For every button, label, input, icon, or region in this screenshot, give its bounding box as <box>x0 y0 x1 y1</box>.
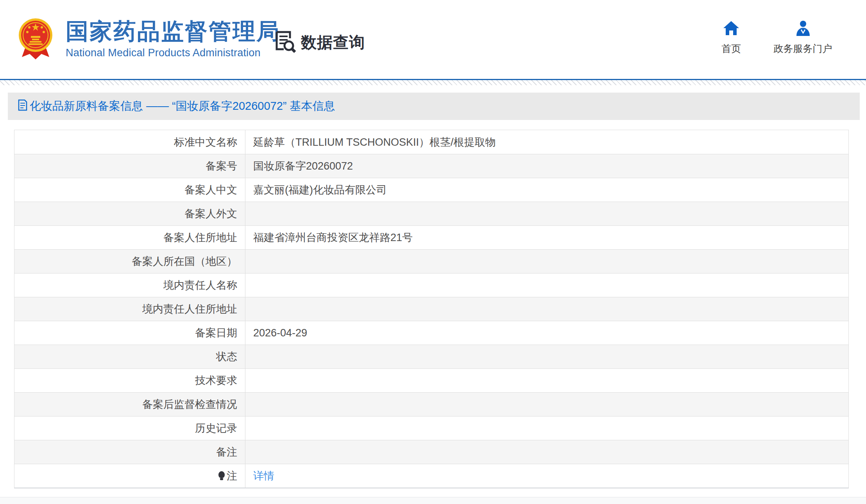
row-label: 注 <box>14 464 245 488</box>
table-row: 备案人中文嘉文丽(福建)化妆品有限公司 <box>14 178 848 202</box>
data-query-tab[interactable]: 数据查询 <box>274 30 365 55</box>
table-row: 技术要求 <box>14 368 848 392</box>
row-value <box>245 202 848 225</box>
row-label-text: 备案号 <box>206 159 237 173</box>
row-label-text: 备案人住所地址 <box>163 231 237 245</box>
row-label: 历史记录 <box>14 416 245 440</box>
nav-portal[interactable]: 政务服务门户 <box>763 20 843 55</box>
brand-title-block: 国家药品监督管理局 National Medical Products Admi… <box>66 20 280 59</box>
row-label: 备案人中文 <box>14 178 245 202</box>
row-label-text: 备案日期 <box>195 326 237 340</box>
row-value <box>245 393 848 416</box>
row-label-text: 标准中文名称 <box>174 135 237 149</box>
nav-home-label: 首页 <box>714 42 749 55</box>
row-label: 标准中文名称 <box>14 130 245 154</box>
row-value <box>245 273 848 297</box>
row-value <box>245 369 848 392</box>
row-label: 境内责任人名称 <box>14 273 245 297</box>
table-row: 状态 <box>14 345 848 368</box>
table-row: 备案日期2026-04-29 <box>14 321 848 345</box>
nav-home[interactable]: 首页 <box>714 20 749 55</box>
org-name-cn: 国家药品监督管理局 <box>66 20 280 43</box>
bulb-icon <box>218 471 225 481</box>
row-label-text: 境内责任人住所地址 <box>142 302 237 316</box>
user-icon <box>795 30 811 37</box>
row-label: 备案后监督检查情况 <box>14 393 245 416</box>
table-row: 备案人所在国（地区） <box>14 249 848 273</box>
row-label: 备案日期 <box>14 321 245 345</box>
detail-link[interactable]: 详情 <box>253 469 274 483</box>
table-row: 备案号国妆原备字20260072 <box>14 154 848 178</box>
footer-strip <box>0 497 866 504</box>
home-icon <box>723 30 739 37</box>
row-label: 境内责任人住所地址 <box>14 297 245 321</box>
row-label-text: 境内责任人名称 <box>163 278 237 292</box>
row-label-text: 备案人所在国（地区） <box>132 254 237 268</box>
row-value: 2026-04-29 <box>245 321 848 345</box>
nav-portal-label: 政务服务门户 <box>763 42 843 55</box>
row-label-text: 备案人外文 <box>184 207 237 221</box>
page-header: 国家药品监督管理局 National Medical Products Admi… <box>0 0 866 79</box>
row-label: 备注 <box>14 440 245 464</box>
national-emblem-logo <box>18 17 53 62</box>
table-row: 注详情 <box>14 464 848 488</box>
row-value <box>245 345 848 368</box>
row-label-text: 注 <box>227 469 237 483</box>
row-label: 备案人外文 <box>14 202 245 225</box>
row-label-text: 技术要求 <box>195 374 237 388</box>
table-row: 标准中文名称延龄草（TRILLIUM TSCHONOSKII）根茎/根提取物 <box>14 130 848 154</box>
hatch-stripe-band <box>0 80 866 85</box>
row-label-text: 备注 <box>216 445 237 459</box>
row-value: 福建省漳州台商投资区龙祥路21号 <box>245 226 848 249</box>
table-row: 境内责任人住所地址 <box>14 297 848 321</box>
row-label-text: 备案后监督检查情况 <box>142 397 237 411</box>
page-title: 化妆品新原料备案信息 —— “国妆原备字20260072” 基本信息 <box>30 98 335 114</box>
row-label: 备案人住所地址 <box>14 226 245 249</box>
info-table: 标准中文名称延龄草（TRILLIUM TSCHONOSKII）根茎/根提取物备案… <box>14 130 849 488</box>
document-search-icon <box>274 30 296 55</box>
row-value: 详情 <box>245 464 848 488</box>
table-row: 历史记录 <box>14 416 848 440</box>
row-value <box>245 250 848 273</box>
row-value <box>245 440 848 464</box>
table-row: 备案人住所地址福建省漳州台商投资区龙祥路21号 <box>14 225 848 249</box>
row-value: 延龄草（TRILLIUM TSCHONOSKII）根茎/根提取物 <box>245 130 848 154</box>
org-name-en: National Medical Products Administration <box>66 47 280 59</box>
row-value <box>245 416 848 440</box>
row-label-text: 历史记录 <box>195 421 237 435</box>
row-label-text: 状态 <box>216 350 237 364</box>
row-label: 备案人所在国（地区） <box>14 250 245 273</box>
row-value <box>245 297 848 321</box>
main-content: 化妆品新原料备案信息 —— “国妆原备字20260072” 基本信息 标准中文名… <box>0 85 866 488</box>
row-value: 国妆原备字20260072 <box>245 154 848 178</box>
table-row: 备案后监督检查情况 <box>14 392 848 416</box>
table-row: 境内责任人名称 <box>14 273 848 297</box>
row-value: 嘉文丽(福建)化妆品有限公司 <box>245 178 848 202</box>
row-label: 备案号 <box>14 154 245 178</box>
row-label: 状态 <box>14 345 245 368</box>
data-query-label: 数据查询 <box>301 32 365 53</box>
row-label: 技术要求 <box>14 369 245 392</box>
row-label-text: 备案人中文 <box>184 183 237 197</box>
section-title-bar: 化妆品新原料备案信息 —— “国妆原备字20260072” 基本信息 <box>8 93 860 120</box>
document-icon <box>18 99 27 114</box>
table-row: 备案人外文 <box>14 202 848 225</box>
table-row: 备注 <box>14 440 848 464</box>
